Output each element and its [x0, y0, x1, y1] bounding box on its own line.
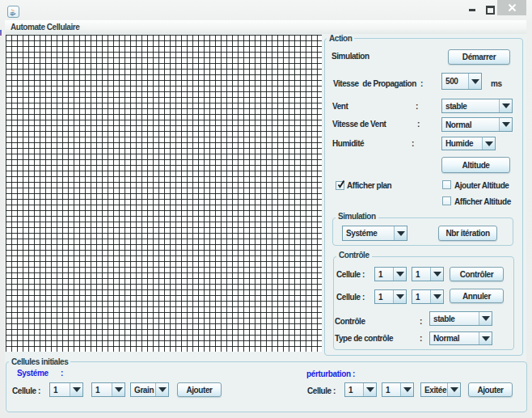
controle-colon: :	[420, 317, 422, 326]
java-cup-icon	[7, 6, 19, 18]
controle-row2-combo1[interactable]: 1	[374, 289, 407, 304]
automaton-grid[interactable]	[6, 35, 322, 352]
menu-item-automate-cellulaire[interactable]: Automate Cellulaire	[11, 20, 79, 34]
controle-type-combobox[interactable]: stable	[429, 311, 492, 326]
vent-colon: :	[416, 102, 418, 111]
right-row-combo2[interactable]: 1	[382, 382, 414, 397]
type-controle-colon: :	[420, 334, 422, 343]
vitesse-propagation-label: Vitesse de Propagation	[333, 79, 416, 88]
annuler-button[interactable]: Annuler	[450, 289, 504, 303]
vitesse-propagation-combobox[interactable]: 500	[441, 73, 482, 90]
vent-label: Vent	[332, 102, 348, 111]
checkmark-icon	[336, 180, 346, 190]
chevron-down-icon[interactable]	[430, 268, 443, 281]
chevron-down-icon[interactable]	[499, 99, 512, 112]
controle-group-title: Contrôle	[336, 251, 372, 260]
type-controle-combobox[interactable]: Normal	[429, 331, 492, 345]
cellule-label-right: Cellule :	[307, 386, 336, 395]
controle-label: Contrôle	[335, 317, 365, 326]
perturbation-label: pérturbation :	[306, 369, 355, 378]
cellule-label-left: Cellule :	[12, 386, 40, 395]
controler-button[interactable]: Contrôler	[450, 267, 504, 281]
controle-row1-combo1[interactable]: 1	[374, 267, 407, 281]
app-window: Automate Cellulaire Action Simulation Dé…	[0, 0, 532, 418]
left-row-combo1[interactable]: 1	[49, 382, 83, 397]
cellule-label-2: Cellule :	[336, 293, 365, 302]
chevron-down-icon[interactable]	[394, 226, 407, 240]
cellules-initiales-title: Cellules initiales	[9, 357, 70, 366]
chevron-down-icon[interactable]	[482, 137, 495, 150]
menu-bar: Automate Cellulaire	[5, 20, 526, 35]
chevron-down-icon[interactable]	[155, 383, 168, 396]
chevron-down-icon[interactable]	[393, 268, 406, 281]
chevron-down-icon[interactable]	[112, 383, 125, 396]
altitude-button[interactable]: Altitude	[441, 157, 510, 173]
ms-unit-label: ms	[491, 79, 502, 88]
chevron-down-icon[interactable]	[70, 383, 82, 396]
vitesse-vent-combobox[interactable]: Normal	[441, 117, 513, 132]
controle-row1-combo2[interactable]: 1	[412, 267, 444, 281]
vitesse-vent-colon: :	[417, 120, 420, 129]
nbr-iteration-button[interactable]: Nbr itération	[438, 226, 497, 241]
systeme-label: Systéme	[17, 369, 49, 378]
simulation-group-title: Simulation	[336, 212, 378, 221]
ajouter-button-right[interactable]: Ajouter	[468, 382, 513, 397]
simulation-label: Simulation	[331, 52, 369, 61]
left-row-combo2[interactable]: 1	[91, 382, 125, 397]
chevron-down-icon[interactable]	[400, 383, 413, 396]
chevron-down-icon[interactable]	[393, 290, 406, 303]
vitesse-propagation-colon: :	[420, 79, 423, 88]
chevron-down-icon[interactable]	[499, 118, 512, 131]
humidite-label: Humidité	[332, 139, 364, 148]
close-icon[interactable]	[497, 0, 526, 15]
vitesse-vent-label: Vitesse de Vent	[332, 120, 386, 129]
cellule-label-1: Cellule :	[336, 270, 365, 279]
systeme-combobox[interactable]: Systéme	[342, 226, 407, 241]
type-controle-label: Type de contrôle	[335, 334, 393, 343]
ajouter-altitude-label: Ajouter Altitude	[454, 181, 509, 190]
systeme-colon: :	[61, 369, 63, 378]
minimize-icon[interactable]	[469, 9, 475, 11]
humidite-combobox[interactable]: Humide	[441, 137, 496, 150]
afficher-altitude-label: Afficher Altitude	[454, 197, 511, 206]
chevron-down-icon[interactable]	[479, 332, 492, 344]
controle-row2-combo2[interactable]: 1	[412, 289, 444, 304]
afficher-plan-checkbox[interactable]	[336, 181, 344, 190]
right-row-combo1[interactable]: 1	[344, 382, 377, 397]
exitee-combobox[interactable]: Exitée	[420, 382, 461, 397]
ajouter-button-left[interactable]: Ajouter	[177, 382, 222, 397]
chevron-down-icon[interactable]	[447, 383, 460, 396]
chevron-down-icon[interactable]	[468, 74, 481, 89]
vent-combobox[interactable]: stable	[441, 99, 513, 113]
afficher-plan-label: Afficher plan	[347, 181, 391, 190]
grain-combobox[interactable]: Grain	[130, 382, 169, 397]
demarrer-button[interactable]: Démarrer	[448, 49, 510, 65]
chevron-down-icon[interactable]	[363, 383, 376, 396]
chevron-down-icon[interactable]	[479, 312, 492, 325]
desktop-fragment	[0, 30, 2, 36]
chevron-down-icon[interactable]	[430, 290, 443, 303]
humidite-colon: :	[412, 139, 414, 148]
afficher-altitude-checkbox[interactable]	[442, 196, 451, 205]
ajouter-altitude-checkbox[interactable]	[442, 180, 451, 189]
action-group-title: Action	[327, 34, 354, 43]
maximize-icon[interactable]	[486, 6, 495, 15]
